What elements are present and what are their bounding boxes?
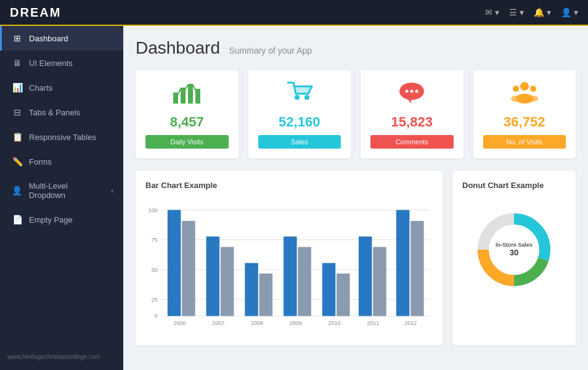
sidebar-item-tabs-panels[interactable]: ⊟ Tabs & Panels: [0, 100, 123, 125]
user-button[interactable]: 👤 ▾: [561, 7, 578, 17]
bar-chart-wrap: 100 75 50 25 0: [145, 197, 433, 335]
menu-button[interactable]: ☰ ▾: [509, 7, 524, 17]
svg-text:75: 75: [152, 237, 158, 243]
daily-visits-icon: [172, 80, 202, 110]
sidebar: ⊞ Dashboard 🖥 UI Elements 📊 Charts ⊟ Tab…: [0, 26, 123, 370]
stat-card-sales: 52,160 Sales: [248, 70, 351, 158]
charts-row: Bar Chart Example 100 75 50 25 0: [136, 171, 576, 345]
sidebar-item-empty-page[interactable]: 📄 Empty Page: [0, 207, 123, 232]
brand-logo: DREAM: [10, 6, 61, 20]
dashboard-icon: ⊞: [12, 33, 23, 43]
svg-point-9: [410, 90, 414, 93]
svg-text:2009: 2009: [290, 320, 302, 326]
sidebar-item-charts[interactable]: 📊 Charts: [0, 75, 123, 100]
svg-text:2010: 2010: [329, 320, 341, 326]
svg-rect-28: [182, 221, 195, 316]
svg-rect-33: [284, 236, 297, 316]
svg-rect-1: [181, 88, 186, 104]
svg-text:30: 30: [510, 248, 518, 257]
svg-text:2007: 2007: [212, 320, 224, 326]
tables-icon: 📋: [12, 132, 23, 142]
page-subtitle: Summary of your App: [229, 46, 312, 56]
stat-card-daily-visits: 8,457 Daily Visits: [136, 70, 239, 158]
sidebar-item-ui-elements[interactable]: 🖥 UI Elements: [0, 51, 123, 75]
sidebar-item-responsive-tables[interactable]: 📋 Responsive Tables: [0, 125, 123, 149]
comments-label: Comments: [370, 135, 454, 149]
sales-icon: [285, 80, 314, 110]
svg-text:2006: 2006: [174, 320, 186, 326]
page-header: Dashboard Summary of your App: [136, 38, 576, 58]
sidebar-item-label: Empty Page: [29, 215, 73, 224]
svg-rect-36: [337, 273, 350, 316]
svg-text:2012: 2012: [404, 320, 417, 326]
comments-icon: [397, 80, 427, 110]
svg-point-4: [295, 95, 300, 100]
sidebar-footer: www.heritagechristiancollege.com: [0, 348, 123, 365]
sidebar-item-label: Multi-Level Dropdown: [29, 181, 105, 200]
topnav-icons: ✉ ▾ ☰ ▾ 🔔 ▾ 👤 ▾: [485, 7, 578, 17]
ui-elements-icon: 🖥: [12, 58, 23, 68]
svg-rect-34: [298, 247, 311, 316]
page-title: Dashboard: [136, 38, 220, 57]
sidebar-item-forms[interactable]: ✏️ Forms: [0, 149, 123, 174]
svg-text:25: 25: [152, 297, 158, 303]
svg-point-15: [511, 96, 521, 102]
sales-value: 52,160: [279, 114, 320, 130]
svg-point-11: [520, 82, 529, 91]
svg-rect-30: [221, 247, 234, 316]
svg-point-10: [415, 90, 419, 93]
bar-chart-title: Bar Chart Example: [145, 181, 433, 190]
topnav: DREAM ✉ ▾ ☰ ▾ 🔔 ▾ 👤 ▾: [0, 0, 588, 26]
dropdown-icon: 👤: [12, 186, 23, 195]
svg-text:2011: 2011: [367, 320, 379, 326]
svg-rect-3: [195, 89, 200, 104]
main-layout: ⊞ Dashboard 🖥 UI Elements 📊 Charts ⊟ Tab…: [0, 26, 588, 370]
daily-visits-label: Daily Visits: [145, 135, 229, 149]
bell-button[interactable]: 🔔 ▾: [534, 7, 551, 17]
main-content: Dashboard Summary of your App 8,457 Dail…: [123, 26, 588, 370]
donut-wrap: In-Store Sales 30: [462, 197, 566, 296]
svg-text:0: 0: [155, 313, 158, 319]
sales-label: Sales: [258, 135, 341, 149]
sidebar-item-label: UI Elements: [29, 59, 73, 68]
svg-rect-32: [259, 273, 273, 316]
svg-rect-39: [396, 210, 410, 316]
empty-page-icon: 📄: [12, 215, 23, 224]
svg-text:2008: 2008: [251, 320, 263, 326]
svg-point-16: [528, 96, 538, 102]
chevron-left-icon: ‹: [111, 187, 113, 194]
no-of-visits-label: No. of Visits: [483, 135, 566, 149]
sidebar-item-dashboard[interactable]: ⊞ Dashboard: [0, 26, 123, 51]
svg-text:50: 50: [152, 267, 158, 273]
sidebar-item-multi-level-dropdown[interactable]: 👤 Multi-Level Dropdown ‹: [0, 174, 123, 207]
svg-rect-37: [359, 236, 372, 316]
daily-visits-value: 8,457: [170, 114, 204, 130]
sidebar-item-label: Charts: [29, 83, 52, 92]
svg-rect-27: [168, 210, 181, 316]
svg-rect-29: [206, 236, 220, 316]
svg-rect-35: [322, 263, 336, 316]
svg-point-5: [304, 95, 309, 100]
stats-row: 8,457 Daily Visits 52,160 Sales: [136, 70, 576, 158]
bar-chart-card: Bar Chart Example 100 75 50 25 0: [136, 171, 443, 345]
no-of-visits-icon: [510, 80, 539, 110]
mail-button[interactable]: ✉ ▾: [485, 7, 499, 17]
svg-text:100: 100: [149, 207, 158, 213]
forms-icon: ✏️: [12, 157, 23, 166]
svg-rect-40: [410, 221, 424, 316]
donut-chart-title: Donut Chart Example: [462, 181, 566, 190]
no-of-visits-value: 36,752: [504, 114, 545, 130]
svg-rect-38: [373, 247, 386, 316]
svg-point-13: [530, 86, 536, 92]
stat-card-comments: 15,823 Comments: [361, 70, 463, 158]
svg-point-12: [513, 86, 519, 92]
svg-rect-2: [188, 84, 193, 104]
charts-icon: 📊: [12, 83, 23, 92]
sidebar-item-label: Tabs & Panels: [29, 108, 80, 117]
svg-point-8: [406, 90, 409, 93]
sidebar-item-label: Responsive Tables: [29, 133, 96, 142]
svg-text:In-Store Sales: In-Store Sales: [496, 242, 533, 248]
donut-chart-card: Donut Chart Example: [452, 171, 576, 345]
sidebar-item-label: Dashboard: [29, 34, 68, 43]
stat-card-no-of-visits: 36,752 No. of Visits: [473, 70, 576, 158]
